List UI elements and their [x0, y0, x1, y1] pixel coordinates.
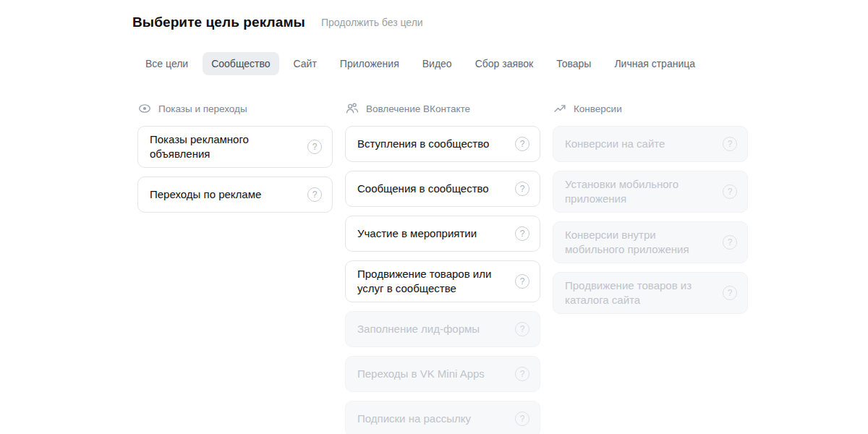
- help-icon[interactable]: ?: [307, 187, 322, 202]
- column-title: Конверсии: [574, 103, 622, 114]
- help-glyph: ?: [520, 414, 525, 423]
- goal-card: Заполнение лид-формы ?: [345, 311, 540, 347]
- goal-card-label: Конверсии внутри мобильного приложения: [565, 228, 708, 257]
- goal-card[interactable]: Переходы по рекламе ?: [137, 176, 333, 213]
- goal-column: Конверсии Конверсии на сайте ? Установки…: [553, 101, 748, 434]
- help-glyph: ?: [728, 238, 733, 247]
- help-icon[interactable]: ?: [515, 182, 529, 196]
- goal-card: Продвижение товаров из каталога сайта ?: [553, 272, 748, 314]
- goal-column-header: Показы и переходы: [137, 101, 333, 116]
- goal-card-label: Заполнение лид-формы: [357, 322, 480, 336]
- help-icon: ?: [723, 184, 737, 199]
- goal-card-label: Сообщения в сообщество: [357, 182, 489, 196]
- help-glyph: ?: [312, 142, 318, 151]
- goal-card-list: Показы рекламного объявления ? Переходы …: [137, 126, 333, 213]
- help-icon: ?: [515, 367, 529, 381]
- goal-card-label: Подписки на рассылку: [357, 412, 471, 426]
- help-glyph: ?: [520, 229, 525, 238]
- help-icon: ?: [515, 322, 529, 336]
- goal-card[interactable]: Продвижение товаров или услуг в сообщест…: [345, 260, 540, 302]
- help-glyph: ?: [728, 140, 733, 148]
- goal-card[interactable]: Вступления в сообщество ?: [345, 126, 540, 162]
- goal-card[interactable]: Участие в мероприятии ?: [345, 216, 540, 252]
- help-icon[interactable]: ?: [515, 137, 529, 151]
- page-header: Выберите цель рекламы Продолжить без цел…: [132, 13, 868, 32]
- trending-up-icon: [553, 101, 567, 116]
- goal-card-label: Переходы в VK Mini Apps: [357, 367, 485, 381]
- goal-category-tab[interactable]: Видео: [414, 52, 461, 75]
- help-glyph: ?: [728, 289, 733, 297]
- help-icon: ?: [723, 235, 737, 250]
- goal-card-label: Переходы по рекламе: [150, 187, 261, 202]
- help-icon[interactable]: ?: [515, 226, 529, 241]
- help-icon: ?: [515, 412, 529, 426]
- column-title: Вовлечение ВКонтакте: [366, 103, 470, 114]
- goal-card-label: Продвижение товаров из каталога сайта: [565, 278, 708, 307]
- goal-card[interactable]: Сообщения в сообщество ?: [345, 171, 540, 207]
- goal-card-label: Вступления в сообщество: [357, 137, 489, 151]
- goal-card-label: Показы рекламного объявления: [150, 132, 293, 161]
- goal-card-list: Вступления в сообщество ? Сообщения в со…: [345, 126, 540, 434]
- goal-category-tab[interactable]: Все цели: [137, 52, 197, 75]
- help-icon: ?: [723, 137, 737, 151]
- help-icon[interactable]: ?: [307, 140, 322, 154]
- help-glyph: ?: [520, 370, 525, 378]
- help-glyph: ?: [520, 140, 525, 148]
- goal-column: Вовлечение ВКонтакте Вступления в сообще…: [345, 101, 540, 434]
- goal-category-tab[interactable]: Приложения: [331, 52, 408, 75]
- goal-category-tab[interactable]: Товары: [548, 52, 600, 75]
- goal-card: Подписки на рассылку ?: [345, 401, 540, 434]
- column-title: Показы и переходы: [158, 103, 247, 114]
- goal-card-label: Участие в мероприятии: [357, 226, 477, 241]
- goal-columns: Показы и переходы Показы рекламного объя…: [137, 101, 868, 434]
- goal-column-header: Вовлечение ВКонтакте: [345, 101, 540, 116]
- goal-category-tab[interactable]: Личная страница: [605, 52, 704, 75]
- goal-card-list: Конверсии на сайте ? Установки мобильног…: [553, 126, 748, 314]
- goal-column: Показы и переходы Показы рекламного объя…: [137, 101, 333, 434]
- goal-column-header: Конверсии: [553, 101, 748, 116]
- goal-category-tab[interactable]: Сбор заявок: [467, 52, 542, 75]
- goal-card[interactable]: Показы рекламного объявления ?: [137, 126, 333, 168]
- goal-card: Переходы в VK Mini Apps ?: [345, 356, 540, 392]
- help-glyph: ?: [312, 190, 318, 199]
- goal-card-label: Продвижение товаров или услуг в сообщест…: [357, 267, 501, 296]
- page-title: Выберите цель рекламы: [132, 13, 305, 32]
- goal-category-tab[interactable]: Сайт: [285, 52, 326, 75]
- help-icon: ?: [723, 286, 737, 300]
- help-glyph: ?: [728, 187, 733, 196]
- ad-goal-selection-page: Выберите цель рекламы Продолжить без цел…: [0, 0, 868, 434]
- users-icon: [345, 101, 359, 116]
- eye-icon: [137, 101, 152, 116]
- goal-card: Конверсии на сайте ?: [553, 126, 748, 162]
- goal-category-tab[interactable]: Сообщество: [203, 52, 278, 75]
- help-icon[interactable]: ?: [515, 274, 529, 289]
- goal-card: Установки мобильного приложения ?: [553, 171, 748, 213]
- goal-category-tabs: Все целиСообществоСайтПриложенияВидеоСбо…: [137, 52, 868, 75]
- help-glyph: ?: [520, 184, 525, 193]
- goal-card: Конверсии внутри мобильного приложения ?: [553, 221, 748, 263]
- goal-card-label: Установки мобильного приложения: [565, 177, 708, 206]
- continue-without-goal-link[interactable]: Продолжить без цели: [321, 17, 423, 28]
- help-glyph: ?: [520, 277, 525, 286]
- goal-card-label: Конверсии на сайте: [565, 137, 665, 151]
- help-glyph: ?: [520, 325, 525, 333]
